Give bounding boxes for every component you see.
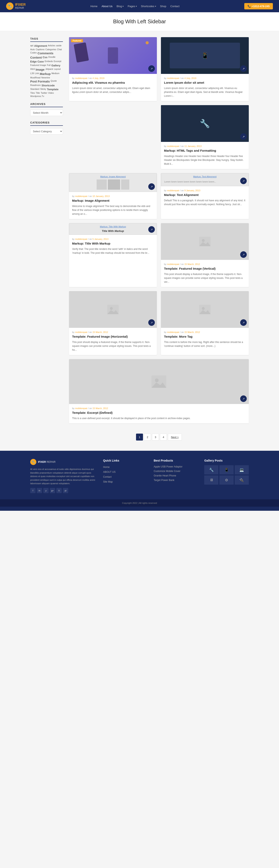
post-author-link[interactable]: mobilerepair	[167, 77, 180, 80]
markup-image-link[interactable]: Markup: Image Alignment	[71, 175, 155, 178]
tag-twitter[interactable]: Twitter	[41, 92, 47, 94]
post-title-link[interactable]: Template: Featured Image (Horizontal)	[72, 335, 128, 338]
tag-layout[interactable]: Layout	[54, 68, 61, 71]
tag-excerpt[interactable]: Excerpt	[54, 60, 61, 63]
social-googleplus[interactable]: g+	[50, 488, 55, 493]
share-button-5[interactable]: ↗	[240, 178, 247, 184]
tag-doodle[interactable]: Doodle	[49, 56, 56, 59]
tag-css[interactable]: Css	[43, 56, 48, 59]
tag-full[interactable]: Full	[47, 64, 51, 67]
tag-jetpack[interactable]: Jetpack	[45, 68, 53, 71]
post-author-link[interactable]: mobilerepair	[75, 77, 88, 80]
social-linkedin[interactable]: li	[56, 488, 62, 493]
share-button-2[interactable]: ↗	[240, 65, 247, 72]
nav-shop[interactable]: Shop	[160, 4, 166, 9]
post-author-link[interactable]: mobilerepair	[75, 195, 88, 197]
social-pinterest[interactable]: pi	[63, 488, 68, 493]
tag-gallery[interactable]: Gallery	[51, 64, 60, 67]
tag-comments[interactable]: Comments	[38, 52, 54, 55]
post-author-link[interactable]: mobilerepair	[75, 407, 88, 409]
tag-embeds[interactable]: Embeds	[44, 60, 53, 63]
post-title-link[interactable]: Lorem ipsum dolor sit amet	[164, 81, 204, 84]
tag-wordpresstv[interactable]: Wordpress.Tv	[30, 95, 44, 97]
tag-mustread[interactable]: MustRead	[30, 76, 40, 79]
logo[interactable]: 🔧 IFIXER REPAIR	[6, 2, 26, 10]
phone-button[interactable]: 📞 +1012-478-245	[244, 3, 273, 9]
post-author-link[interactable]: mobilerepair	[167, 145, 180, 147]
post-author-link[interactable]: mobilerepair	[167, 263, 180, 266]
nav-contact[interactable]: Contact	[170, 4, 180, 9]
tag-codex[interactable]: Codex	[30, 52, 37, 55]
tag-medium[interactable]: Medium	[52, 72, 59, 75]
nav-about[interactable]: About Us	[101, 4, 112, 9]
social-instagram[interactable]: in	[37, 488, 42, 493]
tag-aside[interactable]: aside	[56, 44, 61, 48]
post-author-link[interactable]: mobilerepair	[75, 238, 88, 240]
tag-markup[interactable]: Markup	[40, 72, 51, 75]
tag-image[interactable]: Image	[36, 68, 44, 71]
tag-chat[interactable]: Chat	[57, 48, 62, 51]
tag-edge-case[interactable]: Edge Case	[30, 60, 44, 63]
share-button-4[interactable]: ↗	[148, 183, 155, 190]
tag-auto[interactable]: Auto	[30, 48, 35, 51]
tag-captions[interactable]: Captions	[36, 48, 44, 51]
tag-readmore[interactable]: Readmore	[30, 84, 41, 87]
share-button-7[interactable]: ↗	[240, 251, 247, 258]
page-btn-1[interactable]: 1	[136, 434, 143, 440]
tag-categories[interactable]: Categories	[45, 48, 56, 51]
social-youtube[interactable]: y	[43, 488, 49, 493]
page-btn-2[interactable]: 2	[144, 434, 151, 440]
page-btn-3[interactable]: 3	[152, 434, 159, 440]
tag-articles[interactable]: Articles	[48, 44, 55, 48]
categories-select[interactable]: Select Category	[30, 128, 63, 134]
post-title-link[interactable]: Template: More Tag	[164, 335, 192, 338]
tag-link[interactable]: Link	[35, 72, 39, 75]
page-btn-next[interactable]: Next >	[168, 434, 182, 440]
tag-featured-image[interactable]: Featured Image	[30, 64, 46, 67]
share-button-6[interactable]: ↗	[148, 226, 155, 233]
gallery-thumb-6[interactable]: 🔌	[235, 475, 249, 485]
gallery-thumb-1[interactable]: 🔧	[204, 465, 218, 474]
archives-select[interactable]: Select Month	[30, 110, 63, 116]
post-author-link[interactable]: mobilerepair	[75, 331, 88, 333]
nav-blog[interactable]: Blog	[117, 5, 124, 8]
tag-quote[interactable]: Quote	[51, 80, 57, 83]
footer-link-home[interactable]: Home	[103, 466, 110, 468]
tag-alignment[interactable]: Alignment	[34, 44, 47, 48]
social-facebook[interactable]: f	[30, 488, 35, 493]
nav-home[interactable]: Home	[91, 4, 98, 9]
tag-newnine[interactable]: Newnine	[41, 76, 50, 79]
nav-pages[interactable]: Pages	[128, 5, 137, 8]
tag-standard[interactable]: Standard	[30, 88, 39, 91]
nav-shortcodes[interactable]: Shortcodes	[141, 5, 156, 8]
footer-link-sitemap[interactable]: Site Map	[103, 480, 113, 483]
post-title-link[interactable]: Template: Featured Image (Vertical)	[164, 267, 215, 270]
tag-shortcode[interactable]: Shortcode	[41, 84, 55, 87]
post-title-link[interactable]: Markup: Image Alignment	[72, 199, 110, 202]
post-author-link[interactable]: mobilerepair	[167, 331, 180, 333]
tag-template[interactable]: Template	[47, 88, 58, 91]
footer-link-about[interactable]: ABOUT US	[103, 470, 116, 473]
tag-content[interactable]: Content	[30, 56, 42, 59]
gallery-thumb-2[interactable]: 📱	[219, 465, 234, 474]
tag-apt[interactable]: apt	[30, 44, 33, 48]
tag-tiles[interactable]: Tiles	[30, 92, 35, 94]
post-title-link[interactable]: Markup: Title With Markup	[72, 242, 110, 245]
markup-text-link[interactable]: Markup: Text Alignment	[163, 175, 247, 178]
share-button-1[interactable]: ↗	[148, 65, 155, 72]
tag-l39[interactable]: L39	[30, 72, 34, 75]
gallery-thumb-5[interactable]: ⚙	[219, 475, 234, 485]
tag-video[interactable]: Video	[48, 92, 54, 94]
footer-link-contact[interactable]: Contact	[103, 475, 112, 478]
share-button-3[interactable]: ↗	[240, 133, 247, 140]
tag-title[interactable]: Title	[36, 92, 40, 94]
tag-sticky[interactable]: Sticky	[40, 88, 46, 91]
share-button-9[interactable]: ↗	[240, 319, 247, 326]
tag-html[interactable]: Html	[30, 68, 35, 71]
tag-post-formats[interactable]: Post Formats	[30, 80, 50, 83]
markup-title-link[interactable]: Markup: Title With Markup	[71, 225, 155, 228]
post-title-link[interactable]: Markup: HTML Tags and Formatting	[164, 149, 216, 152]
post-author-link[interactable]: mobilerepair	[167, 189, 180, 192]
post-title-link[interactable]: Adipiscing elit. Vivamus eu pharetra	[72, 81, 125, 84]
gallery-thumb-4[interactable]: 🖥	[204, 475, 218, 485]
